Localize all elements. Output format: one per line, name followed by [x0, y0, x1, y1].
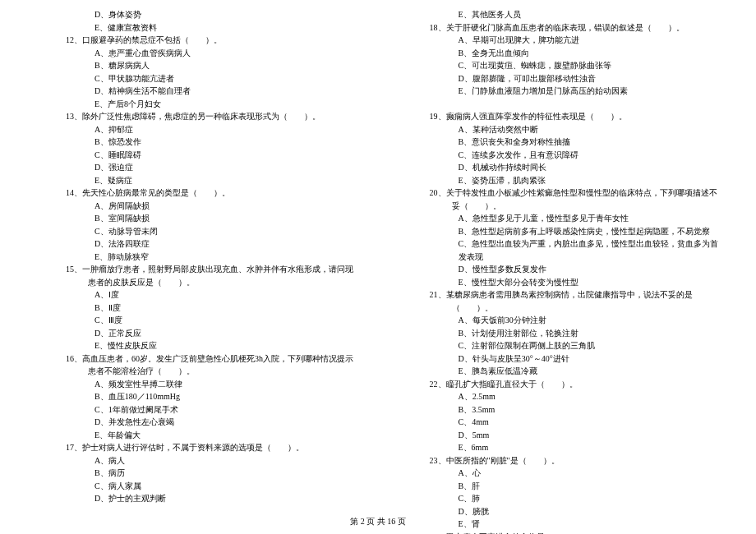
question-line: 18、关于肝硬化门脉高血压患者的临床表现，错误的叙述是（ ）。 [423, 21, 720, 35]
option-line: B、肝 [401, 480, 720, 493]
option-line: A、病人 [37, 454, 356, 467]
option-line: A、频发室性早搏二联律 [37, 378, 356, 391]
option-line: C、4mm [401, 416, 720, 429]
option-line: B、血压180／110mmHg [37, 390, 356, 403]
option-line: D、身体姿势 [37, 8, 356, 21]
page-footer: 第 2 页 共 16 页 [0, 515, 756, 528]
option-line: D、机械动作持续时间长 [401, 161, 720, 174]
option-line: C、可出现黄疸、蜘蛛痣，腹壁静脉曲张等 [401, 59, 720, 72]
option-line: D、护士的主观判断 [37, 492, 356, 505]
question-line: 13、除外广泛性焦虑障碍，焦虑症的另一种临床表现形式为（ ）。 [59, 110, 356, 123]
option-line: C、肺 [401, 492, 720, 505]
option-line: B、计划使用注射部位，轮换注射 [401, 327, 720, 340]
option-line: B、Ⅱ度 [37, 302, 356, 315]
option-line: B、室间隔缺损 [37, 212, 356, 225]
question-line: 24、甲亢病人不宜进食的食物是（ ）。 [423, 531, 720, 535]
option-line: B、急性型起病前多有上呼吸感染性病史，慢性型起病隐匿，不易觉察 [401, 225, 720, 238]
option-line: C、Ⅲ度 [37, 314, 356, 327]
option-line: E、疑病症 [37, 174, 356, 187]
option-line: C、睡眠障碍 [37, 149, 356, 162]
question-line: 19、癫痫病人强直阵挛发作的特征性表现是（ ）。 [423, 110, 720, 123]
blank-line [401, 98, 720, 111]
option-line: E、慢性型大部分会转变为慢性型 [401, 276, 720, 289]
option-line: C、动脉导管未闭 [37, 225, 356, 238]
option-line: D、强迫症 [37, 161, 356, 174]
option-line: C、病人家属 [37, 480, 356, 493]
left-column: D、身体姿势E、健康宣教资料12、口服避孕药的禁忌症不包括（ ）。A、患严重心血… [37, 8, 356, 534]
option-line: D、正常反应 [37, 327, 356, 340]
question-line: 16、高血压患者，60岁。发生广泛前壁急性心肌梗死3h入院，下列哪种情况提示患者… [59, 352, 356, 378]
question-line: 23、中医所指的"刚脏"是（ ）。 [423, 454, 720, 467]
option-line: A、患严重心血管疾病病人 [37, 47, 356, 60]
option-line: B、全身无出血倾向 [401, 47, 720, 60]
option-line: E、肺动脉狭窄 [37, 251, 356, 264]
option-line: B、病历 [37, 467, 356, 480]
option-line: C、连续多次发作，且有意识障碍 [401, 149, 720, 162]
option-line: C、急性型出血较为严重，内脏出血多见，慢性型出血较轻，贫血多为首发表现 [401, 237, 720, 263]
option-line: E、其他医务人员 [401, 8, 720, 21]
option-line: E、6mm [401, 441, 720, 454]
option-line: D、针头与皮肤呈30°～40°进针 [401, 352, 720, 366]
option-line: A、某种活动突然中断 [401, 123, 720, 136]
question-line: 20、关于特发性血小板减少性紫癜急性型和慢性型的临床特点，下列哪项描述不妥（ ）… [423, 186, 720, 212]
question-line: 12、口服避孕药的禁忌症不包括（ ）。 [59, 34, 356, 47]
option-line: D、精神病生活不能自理者 [37, 85, 356, 98]
option-line: E、姿势压滞，肌肉紧张 [401, 174, 720, 187]
option-line: E、慢性皮肤反应 [37, 339, 356, 352]
option-line: B、3.5mm [401, 403, 720, 417]
option-line: A、急性型多见于儿童，慢性型多见于青年女性 [401, 212, 720, 225]
option-line: D、腹部膨隆，可叩出腹部移动性浊音 [401, 72, 720, 85]
option-line: C、1年前做过阑尾手术 [37, 403, 356, 417]
option-line: A、早期可出现脾大，脾功能亢进 [401, 34, 720, 47]
option-line: B、意识丧失和全身对称性抽搐 [401, 136, 720, 149]
option-line: D、并发急性左心衰竭 [37, 416, 356, 429]
option-line: E、年龄偏大 [37, 429, 356, 442]
right-column: E、其他医务人员18、关于肝硬化门脉高血压患者的临床表现，错误的叙述是（ ）。A… [401, 8, 720, 534]
option-line: A、每天饭前30分钟注射 [401, 314, 720, 327]
option-line: A、2.5mm [401, 390, 720, 403]
option-line: E、健康宣教资料 [37, 21, 356, 35]
option-line: C、甲状腺功能亢进者 [37, 72, 356, 85]
question-line: 14、先天性心脏病最常见的类型是（ ）。 [59, 186, 356, 200]
option-line: A、Ⅰ度 [37, 288, 356, 302]
option-line: A、抑郁症 [37, 123, 356, 136]
option-line: A、房间隔缺损 [37, 200, 356, 213]
option-line: A、心 [401, 467, 720, 480]
option-line: C、注射部位限制在两侧上肢的三角肌 [401, 339, 720, 352]
option-line: D、慢性型多数反复发作 [401, 263, 720, 276]
question-line: 17、护士对病人进行评估时，不属于资料来源的选项是（ ）。 [59, 441, 356, 454]
option-line: D、5mm [401, 429, 720, 442]
option-line: E、胰岛素应低温冷藏 [401, 365, 720, 378]
question-line: 15、一肿瘤放疗患者，照射野局部皮肤出现充血、水肿并伴有水疱形成，请问现患者的皮… [59, 263, 356, 288]
option-line: B、惊恐发作 [37, 136, 356, 149]
option-line: E、门静脉血液阻力增加是门脉高压的始动因素 [401, 85, 720, 98]
option-line: B、糖尿病病人 [37, 59, 356, 72]
question-line: 21、某糖尿病患者需用胰岛素控制病情，出院健康指导中，说法不妥的是（ ）。 [423, 288, 720, 314]
question-line: 22、瞳孔扩大指瞳孔直径大于（ ）。 [423, 378, 720, 391]
option-line: D、法洛四联症 [37, 237, 356, 251]
option-line: E、产后8个月妇女 [37, 98, 356, 111]
